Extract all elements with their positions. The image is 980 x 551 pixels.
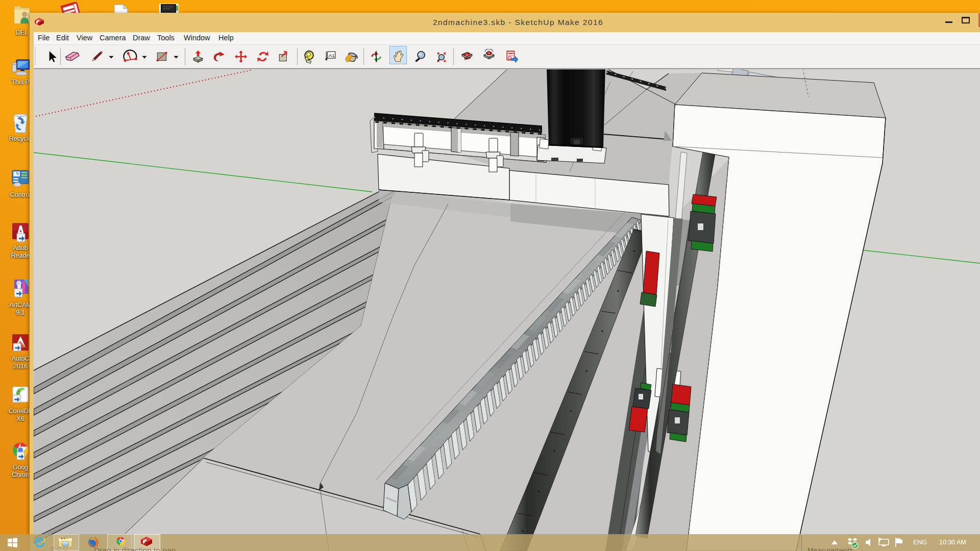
svg-text:A1: A1 [329, 53, 335, 58]
